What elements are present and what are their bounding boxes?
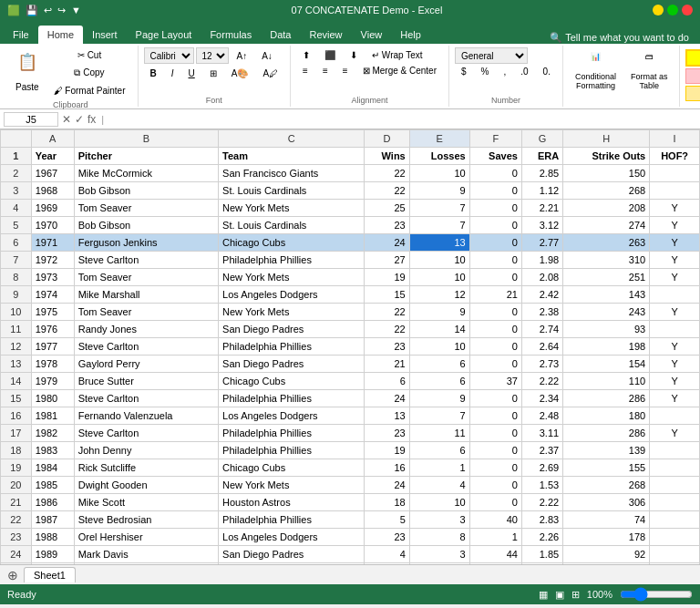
cell-C20[interactable]: New York Mets <box>219 477 365 494</box>
cell-I19[interactable] <box>650 459 700 477</box>
cell-G13[interactable]: 2.73 <box>521 356 562 373</box>
cell-E15[interactable]: 9 <box>409 390 469 407</box>
cell-F24[interactable]: 44 <box>469 546 521 563</box>
cell-G9[interactable]: 2.42 <box>521 286 562 304</box>
cell-G8[interactable]: 2.08 <box>521 269 562 286</box>
cell-A20[interactable]: 1985 <box>31 477 74 494</box>
cell-F8[interactable]: 0 <box>469 269 521 286</box>
underline-button[interactable]: U <box>182 66 201 81</box>
decrease-font-button[interactable]: A↓ <box>255 48 279 64</box>
cell-B12[interactable]: Steve Carlton <box>74 338 218 356</box>
tab-formulas[interactable]: Formulas <box>201 26 261 44</box>
cell-H10[interactable]: 243 <box>563 304 650 321</box>
cell-H11[interactable]: 93 <box>563 321 650 338</box>
cell-F6[interactable]: 0 <box>469 234 521 252</box>
cell-H4[interactable]: 208 <box>563 200 650 217</box>
cell-F20[interactable]: 0 <box>469 477 521 494</box>
cell-F7[interactable]: 0 <box>469 252 521 269</box>
tell-me-box[interactable]: 🔍 Tell me what you want to do <box>550 32 689 44</box>
cell-A14[interactable]: 1979 <box>31 373 74 390</box>
cell-D22[interactable]: 5 <box>365 511 409 529</box>
cell-C9[interactable]: Los Angeles Dodgers <box>219 286 365 304</box>
cell-B9[interactable]: Mike Marshall <box>74 286 218 304</box>
formula-confirm-icon[interactable]: ✓ <box>75 113 84 126</box>
formula-insert-function-icon[interactable]: fx <box>88 113 96 126</box>
cell-I14[interactable]: Y <box>650 373 700 390</box>
font-color-button[interactable]: A🖊 <box>256 66 284 81</box>
cell-E19[interactable]: 1 <box>409 459 469 477</box>
copy-button[interactable]: ⧉ Copy <box>47 65 132 81</box>
cell-d1[interactable]: Wins <box>365 148 409 165</box>
cell-I2[interactable] <box>650 165 700 182</box>
cell-D6[interactable]: 24 <box>365 234 409 252</box>
cell-B8[interactable]: Tom Seaver <box>74 269 218 286</box>
cell-E2[interactable]: 10 <box>409 165 469 182</box>
sheet-tab-sheet1[interactable]: Sheet1 <box>24 567 76 582</box>
cell-D11[interactable]: 22 <box>365 321 409 338</box>
cell-B23[interactable]: Orel Hershiser <box>74 529 218 546</box>
cell-I17[interactable]: Y <box>650 425 700 442</box>
quick-access-save[interactable]: 💾 <box>26 5 38 16</box>
cell-C10[interactable]: New York Mets <box>219 304 365 321</box>
cell-G7[interactable]: 1.98 <box>521 252 562 269</box>
cut-button[interactable]: ✂ Cut <box>47 47 132 63</box>
cell-E16[interactable]: 7 <box>409 407 469 425</box>
col-header-g[interactable]: G <box>521 130 562 148</box>
merge-center-button[interactable]: ⊠ Merge & Center <box>356 63 443 78</box>
cell-B6[interactable]: Ferguson Jenkins <box>74 234 218 252</box>
cell-F13[interactable]: 0 <box>469 356 521 373</box>
cell-C24[interactable]: San Diego Padres <box>219 546 365 563</box>
cell-i1[interactable]: HOF? <box>650 148 700 165</box>
cell-E14[interactable]: 6 <box>409 373 469 390</box>
tab-home[interactable]: Home <box>38 26 83 44</box>
cell-A6[interactable]: 1971 <box>31 234 74 252</box>
col-header-i[interactable]: I <box>650 130 700 148</box>
align-right-button[interactable]: ≡ <box>336 63 355 78</box>
wrap-text-button[interactable]: ↵ Wrap Text <box>365 47 428 63</box>
font-name-select[interactable]: Calibri <box>144 47 194 64</box>
cell-H6[interactable]: 263 <box>563 234 650 252</box>
paste-button[interactable]: 📋 Paste <box>9 49 46 97</box>
cell-A5[interactable]: 1970 <box>31 217 74 234</box>
cell-F9[interactable]: 21 <box>469 286 521 304</box>
cell-G3[interactable]: 1.12 <box>521 182 562 200</box>
cell-A3[interactable]: 1968 <box>31 182 74 200</box>
cell-E21[interactable]: 10 <box>409 494 469 511</box>
cell-H23[interactable]: 178 <box>563 529 650 546</box>
cell-G2[interactable]: 2.85 <box>521 165 562 182</box>
cell-E9[interactable]: 12 <box>409 286 469 304</box>
cell-G20[interactable]: 1.53 <box>521 477 562 494</box>
cell-E6[interactable]: 13 <box>409 234 469 252</box>
cell-B21[interactable]: Mike Scott <box>74 494 218 511</box>
align-middle-button[interactable]: ⬛ <box>318 47 342 63</box>
cell-H16[interactable]: 180 <box>563 407 650 425</box>
formula-cancel-icon[interactable]: ✕ <box>62 113 71 126</box>
cell-G18[interactable]: 2.37 <box>521 442 562 459</box>
cell-F12[interactable]: 0 <box>469 338 521 356</box>
cell-E20[interactable]: 4 <box>409 477 469 494</box>
cell-B3[interactable]: Bob Gibson <box>74 182 218 200</box>
cell-C7[interactable]: Philadelphia Phillies <box>219 252 365 269</box>
cell-D5[interactable]: 23 <box>365 217 409 234</box>
cell-C16[interactable]: Los Angeles Dodgers <box>219 407 365 425</box>
cell-I15[interactable]: Y <box>650 390 700 407</box>
cell-H19[interactable]: 155 <box>563 459 650 477</box>
format-painter-button[interactable]: 🖌 Format Painter <box>47 83 132 98</box>
cell-F21[interactable]: 0 <box>469 494 521 511</box>
cell-I24[interactable] <box>650 546 700 563</box>
cell-I18[interactable] <box>650 442 700 459</box>
cell-C12[interactable]: Philadelphia Phillies <box>219 338 365 356</box>
cell-G14[interactable]: 2.22 <box>521 373 562 390</box>
cell-B22[interactable]: Steve Bedrosian <box>74 511 218 529</box>
cell-F18[interactable]: 0 <box>469 442 521 459</box>
cell-F19[interactable]: 0 <box>469 459 521 477</box>
cell-H3[interactable]: 268 <box>563 182 650 200</box>
col-header-a[interactable]: A <box>31 130 74 148</box>
cell-A18[interactable]: 1983 <box>31 442 74 459</box>
cell-E10[interactable]: 9 <box>409 304 469 321</box>
cell-D23[interactable]: 23 <box>365 529 409 546</box>
cell-F14[interactable]: 37 <box>469 373 521 390</box>
cell-B11[interactable]: Randy Jones <box>74 321 218 338</box>
cell-E5[interactable]: 7 <box>409 217 469 234</box>
cell-I20[interactable] <box>650 477 700 494</box>
